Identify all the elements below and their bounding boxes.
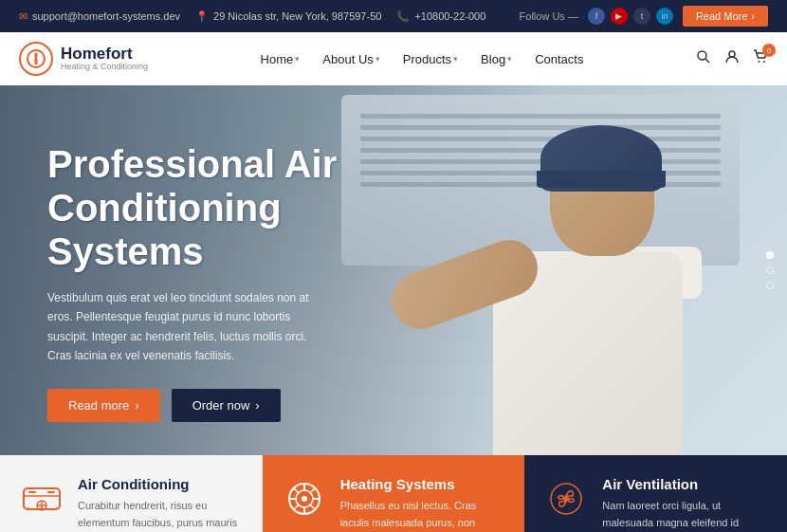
location-icon: 📍	[195, 10, 209, 23]
nav-item-blog[interactable]: Blog ▾	[481, 52, 512, 66]
nav-icons: 0	[696, 49, 768, 68]
svg-point-26	[563, 496, 569, 502]
nav-item-products[interactable]: Products ▾	[403, 52, 458, 66]
svg-point-5	[763, 61, 765, 63]
svg-point-1	[698, 51, 706, 60]
logo-sub: Heating & Conditioning	[61, 63, 148, 72]
address-item: 📍 29 Nicolas str, New York, 987597-50	[195, 10, 381, 23]
ventilation-info: Air Ventilation Nam laoreet orci ligula,…	[602, 476, 768, 531]
phone-icon: 📞	[396, 10, 410, 23]
hero-section: Professional Air Conditioning Systems Ve…	[0, 85, 787, 455]
email-text: support@homefort-systems.dev	[32, 10, 180, 22]
social-icons: f ▶ t in	[588, 8, 673, 25]
svg-line-21	[294, 488, 299, 493]
nav-item-home[interactable]: Home ▾	[261, 52, 301, 66]
products-arrow: ▾	[453, 54, 458, 64]
hero-buttons: Read more › Order now ›	[47, 389, 408, 422]
follow-us-label: Follow Us —	[520, 10, 578, 22]
logo-text: Homefort Heating & Conditioning	[61, 46, 148, 73]
ac-icon	[19, 476, 64, 522]
ac-desc: Curabitur hendrerit, risus eu elementum …	[78, 498, 244, 531]
linkedin-icon[interactable]: in	[656, 8, 673, 25]
logo-name: Homefort	[61, 46, 148, 64]
phone-item: 📞 +10800-22-000	[396, 10, 485, 23]
nav-item-about[interactable]: About Us ▾	[322, 52, 379, 66]
hero-dot-3[interactable]	[766, 282, 774, 289]
service-card-ac: Air Conditioning Curabitur hendrerit, ri…	[0, 455, 263, 532]
service-card-heating: Heating Systems Phasellus eu nisl lectus…	[263, 455, 525, 532]
hero-title: Professional Air Conditioning Systems	[47, 142, 408, 273]
top-bar-right: Follow Us — f ▶ t in Read More ›	[520, 6, 768, 27]
svg-line-24	[294, 504, 299, 509]
search-icon	[696, 49, 711, 64]
cart-badge: 0	[762, 44, 776, 57]
home-arrow: ▾	[295, 54, 300, 64]
svg-line-23	[310, 488, 315, 493]
logo-icon	[19, 42, 53, 76]
logo: Homefort Heating & Conditioning	[19, 42, 148, 76]
ventilation-desc: Nam laoreet orci ligula, ut malesuada ma…	[602, 498, 768, 531]
heating-info: Heating Systems Phasellus eu nisl lectus…	[340, 476, 506, 532]
hero-content: Professional Air Conditioning Systems Ve…	[47, 142, 408, 422]
twitter-icon[interactable]: t	[633, 8, 650, 25]
heating-desc: Phasellus eu nisl lectus. Cras iaculis m…	[340, 498, 506, 532]
svg-point-4	[758, 61, 760, 63]
ac-svg	[20, 477, 64, 521]
ventilation-icon	[543, 476, 589, 522]
svg-line-22	[310, 504, 315, 509]
ac-info: Air Conditioning Curabitur hendrerit, ri…	[78, 476, 244, 531]
services-bar: Air Conditioning Curabitur hendrerit, ri…	[0, 455, 787, 532]
email-item: ✉ support@homefort-systems.dev	[19, 10, 180, 23]
hero-slider-dots	[766, 251, 774, 289]
phone-text: +10800-22-000	[414, 10, 485, 22]
top-read-more-button[interactable]: Read More ›	[683, 6, 768, 27]
order-now-button[interactable]: Order now ›	[172, 389, 281, 422]
logo-svg	[26, 48, 46, 69]
search-button[interactable]	[696, 49, 711, 68]
nav-item-contacts[interactable]: Contacts	[535, 52, 583, 66]
blog-arrow: ▾	[507, 54, 512, 64]
hero-dot-1[interactable]	[766, 251, 774, 259]
order-arrow: ›	[255, 398, 259, 413]
heating-icon	[282, 476, 327, 522]
cart-button[interactable]: 0	[753, 49, 768, 68]
read-more-button[interactable]: Read more ›	[47, 389, 160, 422]
svg-line-2	[705, 59, 709, 63]
svg-point-25	[302, 496, 307, 502]
top-bar-left: ✉ support@homefort-systems.dev 📍 29 Nico…	[19, 10, 485, 23]
nav-menu: Home ▾ About Us ▾ Products ▾ Blog ▾ Cont…	[261, 52, 584, 66]
address-text: 29 Nicolas str, New York, 987597-50	[213, 10, 381, 22]
user-icon	[724, 49, 740, 64]
cap-brim	[537, 171, 666, 188]
person-area	[370, 85, 730, 455]
top-bar: ✉ support@homefort-systems.dev 📍 29 Nico…	[0, 0, 787, 32]
ventilation-svg	[544, 477, 588, 521]
youtube-icon[interactable]: ▶	[611, 8, 628, 25]
heating-title: Heating Systems	[340, 476, 506, 492]
ac-title: Air Conditioning	[78, 476, 244, 492]
facebook-icon[interactable]: f	[588, 8, 605, 25]
ventilation-title: Air Ventilation	[602, 476, 768, 492]
read-more-arrow: ›	[135, 398, 138, 413]
service-card-ventilation: Air Ventilation Nam laoreet orci ligula,…	[524, 455, 787, 532]
user-button[interactable]	[724, 49, 740, 68]
about-arrow: ▾	[375, 54, 380, 64]
hero-dot-2[interactable]	[766, 266, 774, 274]
arrow-icon: ›	[751, 10, 755, 22]
email-icon: ✉	[19, 10, 27, 23]
heating-svg	[283, 477, 326, 521]
navbar: Homefort Heating & Conditioning Home ▾ A…	[0, 32, 787, 85]
svg-point-3	[729, 51, 735, 57]
hero-description: Vestibulum quis erat vel leo tincidunt s…	[47, 288, 313, 366]
